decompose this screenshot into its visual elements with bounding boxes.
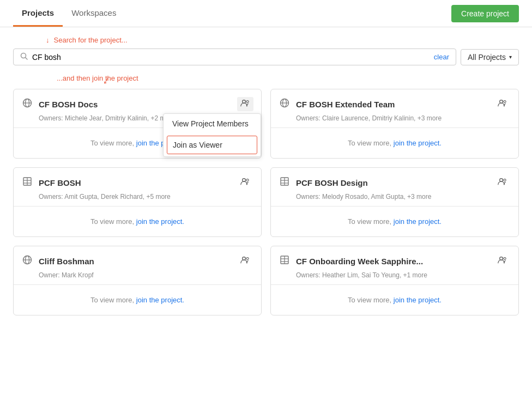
card-title: CF BOSH Extended Team (296, 100, 395, 109)
card-owners: Owners: Amit Gupta, Derek Richard, +5 mo… (14, 193, 261, 206)
globe-icon (21, 255, 33, 268)
project-card-cliff-boshman: Cliff Boshman Owner: Mark Kropf To view … (13, 246, 262, 315)
project-card-pcf-bosh: PCF BOSH Owners: Amit Gupta, Derek Richa… (13, 167, 262, 237)
filter-dropdown[interactable]: All Projects ▾ (461, 49, 519, 65)
card-header: PCF BOSH Design (271, 168, 518, 193)
projects-grid: CF BOSH Docs Owners: Michele Jear, Dmitr… (0, 84, 532, 329)
annotation-join-text: ...and then join the project (57, 74, 519, 82)
building-icon (279, 177, 291, 189)
card-header-left: CF BOSH Extended Team (279, 98, 395, 111)
card-title: PCF BOSH Design (296, 178, 368, 187)
card-body: To view more, join the project. (14, 285, 261, 315)
card-title: CF Onboarding Week Sapphire... (296, 257, 423, 266)
arrow-icon: ↓ (46, 36, 50, 44)
join-project-link[interactable]: join the project. (136, 296, 184, 304)
card-header-left: CF BOSH Docs (21, 98, 98, 111)
tab-workspaces[interactable]: Workspaces (63, 0, 125, 27)
search-area: ↓ Search for the project... clear All Pr… (0, 27, 532, 70)
card-title: PCF BOSH (39, 178, 81, 187)
card-header-left: PCF BOSH Design (279, 177, 368, 189)
search-box: clear (13, 48, 456, 65)
project-card-cf-bosh-docs: CF BOSH Docs Owners: Michele Jear, Dmitr… (13, 89, 262, 159)
members-dropdown: View Project Members Join as Viewer (163, 113, 261, 157)
card-header: Cliff Boshman (14, 246, 261, 271)
card-header: CF Onboarding Week Sapphire... (271, 246, 518, 271)
project-card-pcf-bosh-design: PCF BOSH Design Owners: Melody Rosado, A… (270, 167, 519, 237)
chevron-down-icon: ▾ (509, 54, 512, 60)
card-body: To view more, join the project. (271, 207, 518, 236)
card-header: CF BOSH Docs (14, 89, 261, 114)
svg-point-6 (246, 101, 249, 103)
tab-projects[interactable]: Projects (13, 0, 63, 27)
card-owners: Owner: Mark Kropf (14, 271, 261, 284)
search-input[interactable] (32, 53, 430, 62)
join-project-link[interactable]: join the project. (394, 296, 442, 304)
members-icon-button[interactable] (237, 175, 253, 190)
card-header: PCF BOSH (14, 168, 261, 193)
members-icon-button[interactable] (494, 254, 511, 268)
svg-point-34 (504, 258, 506, 260)
card-owners: Owners: Claire Laurence, Dmitriy Kalinin… (271, 114, 518, 127)
svg-point-11 (504, 101, 506, 103)
card-title: Cliff Boshman (39, 257, 94, 266)
search-row: clear All Projects ▾ (13, 48, 519, 65)
svg-line-1 (26, 58, 28, 60)
annotation-search-text: ↓ Search for the project... (46, 36, 519, 44)
building-icon (279, 255, 291, 268)
card-owners: Owners: Heather Lim, Sai To Yeung, +1 mo… (271, 271, 518, 284)
create-project-button[interactable]: Create project (451, 5, 519, 22)
project-card-cf-bosh-extended-team: CF BOSH Extended Team Owners: Claire Lau… (270, 89, 519, 159)
globe-icon (21, 98, 33, 111)
card-header: CF BOSH Extended Team (271, 89, 518, 114)
svg-point-28 (246, 258, 249, 260)
card-owners: Owners: Melody Rosado, Amit Gupta, +3 mo… (271, 193, 518, 206)
svg-point-17 (246, 179, 249, 181)
card-title: CF BOSH Docs (39, 100, 98, 109)
card-header-left: CF Onboarding Week Sapphire... (279, 255, 423, 268)
join-project-link[interactable]: join the project. (394, 139, 442, 147)
top-nav: Projects Workspaces Create project (0, 0, 532, 27)
view-project-members-item[interactable]: View Project Members (164, 114, 261, 133)
project-card-cf-onboarding: CF Onboarding Week Sapphire... Owners: H… (270, 246, 519, 315)
members-icon-button[interactable] (237, 254, 253, 268)
nav-tabs: Projects Workspaces (13, 0, 125, 27)
card-header-left: Cliff Boshman (21, 255, 94, 268)
card-body: To view more, join the project. (271, 128, 518, 158)
search-icon (20, 52, 28, 62)
globe-icon (279, 98, 291, 111)
clear-search-button[interactable]: clear (434, 53, 449, 61)
join-as-viewer-item[interactable]: Join as Viewer (167, 136, 257, 154)
join-project-link[interactable]: join the project. (394, 217, 442, 226)
svg-point-23 (504, 179, 506, 181)
join-project-link[interactable]: join the project. (136, 217, 184, 226)
card-body: To view more, join the project. (271, 285, 518, 315)
card-body: To view more, join the project. (14, 207, 261, 236)
card-header-left: PCF BOSH (21, 177, 81, 189)
members-icon-button[interactable] (494, 175, 511, 190)
members-icon-button[interactable] (237, 97, 253, 111)
building-icon (21, 177, 33, 189)
members-icon-button[interactable] (494, 97, 511, 111)
